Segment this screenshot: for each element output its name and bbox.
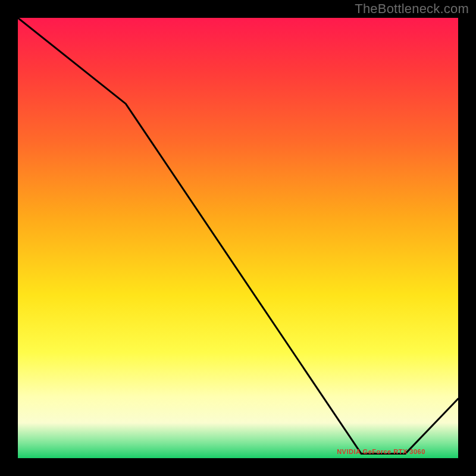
plot-area-clip: NVIDIA GeForce RTX 3060 xyxy=(18,18,458,458)
gpu-annotation: NVIDIA GeForce RTX 3060 xyxy=(337,448,425,455)
chart-frame: TheBottleneck.com NVIDIA GeForce RTX 306… xyxy=(0,0,476,476)
watermark-text: TheBottleneck.com xyxy=(355,1,469,17)
plot-area: NVIDIA GeForce RTX 3060 xyxy=(18,18,458,458)
bottleneck-curve xyxy=(18,18,458,454)
line-layer xyxy=(18,18,458,458)
